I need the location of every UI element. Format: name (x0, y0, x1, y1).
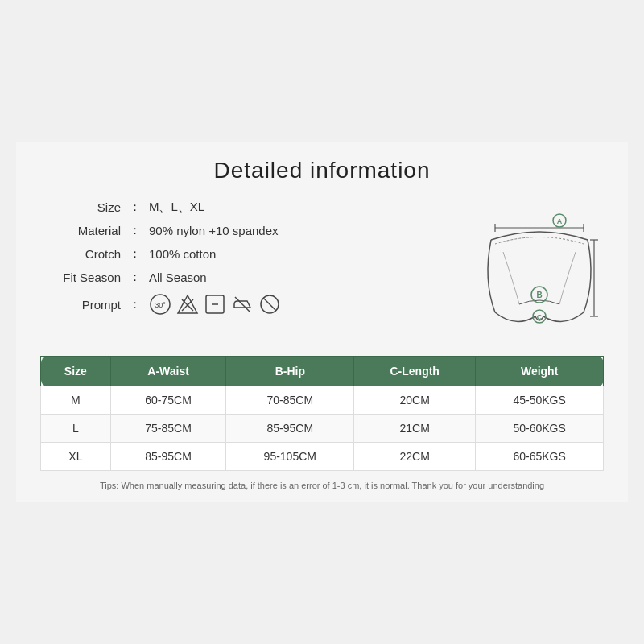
fit-season-label: Fit Season (40, 270, 121, 284)
table-cell: L (41, 415, 111, 443)
info-rows: Size ： M、L、XL Material ： 90% nylon +10 s… (40, 200, 459, 324)
wash-30-icon: 30° (149, 293, 171, 316)
table-cell: 95-105CM (226, 443, 354, 471)
table-cell: 50-60KGS (476, 415, 604, 443)
material-colon: ： (129, 223, 141, 238)
info-section: Size ： M、L、XL Material ： 90% nylon +10 s… (40, 200, 604, 340)
svg-text:B: B (536, 291, 542, 299)
prompt-colon: ： (129, 297, 141, 312)
table-row: XL85-95CM95-105CM22CM60-65KGS (41, 443, 604, 471)
fit-season-colon: ： (129, 270, 141, 285)
table-header: A-Waist (110, 357, 226, 386)
no-iron-icon (231, 293, 254, 316)
table-row: M60-75CM70-85CM20CM45-50KGS (41, 386, 604, 415)
care-icons: 30° (149, 293, 281, 316)
crotch-value: 100% cotton (149, 247, 216, 261)
fit-season-row: Fit Season ： All Season (40, 270, 459, 285)
crotch-colon: ： (129, 246, 141, 262)
size-value: M、L、XL (149, 200, 204, 215)
table-header: B-Hip (226, 357, 354, 386)
size-table: SizeA-WaistB-HipC-LengthWeight M60-75CM7… (40, 356, 604, 471)
table-cell: XL (41, 443, 111, 471)
crotch-label: Crotch (40, 247, 121, 261)
page-title: Detailed information (40, 158, 604, 184)
table-row: L75-85CM85-95CM21CM50-60KGS (41, 415, 604, 443)
material-row: Material ： 90% nylon +10 spandex (40, 223, 459, 238)
size-row: Size ： M、L、XL (40, 200, 459, 215)
svg-line-7 (235, 297, 250, 312)
main-container: Detailed information Size ： M、L、XL Mater… (16, 142, 628, 502)
table-cell: 20CM (354, 386, 476, 415)
tips-text: Tips: When manually measuring data, if t… (40, 481, 604, 490)
prompt-row: Prompt ： 30° (40, 293, 459, 316)
table-cell: 45-50KGS (476, 386, 604, 415)
diagram-svg: B C A (475, 200, 604, 336)
table-header-row: SizeA-WaistB-HipC-LengthWeight (41, 357, 604, 386)
table-cell: 60-75CM (110, 386, 226, 415)
dry-icon (204, 293, 226, 316)
table-cell: 85-95CM (226, 415, 354, 443)
svg-text:C: C (537, 313, 543, 321)
no-dryclean-icon (258, 293, 281, 316)
table-cell: 70-85CM (226, 386, 354, 415)
material-label: Material (40, 224, 121, 237)
table-cell: 60-65KGS (476, 443, 604, 471)
table-cell: 22CM (354, 443, 476, 471)
table-cell: 85-95CM (110, 443, 226, 471)
size-colon: ： (129, 200, 141, 215)
garment-diagram: B C A (475, 200, 604, 340)
material-value: 90% nylon +10 spandex (149, 224, 279, 237)
table-cell: 75-85CM (110, 415, 226, 443)
table-header: Size (41, 357, 111, 386)
table-cell: 21CM (354, 415, 476, 443)
svg-line-9 (263, 298, 276, 311)
size-label: Size (40, 200, 121, 214)
prompt-label: Prompt (40, 298, 121, 312)
table-body: M60-75CM70-85CM20CM45-50KGSL75-85CM85-95… (41, 386, 604, 471)
table-header: C-Length (354, 357, 476, 386)
crotch-row: Crotch ： 100% cotton (40, 246, 459, 262)
svg-text:A: A (557, 217, 563, 225)
no-bleach-icon (176, 293, 199, 316)
table-header: Weight (476, 357, 604, 386)
table-cell: M (41, 386, 111, 415)
svg-text:30°: 30° (155, 301, 166, 309)
fit-season-value: All Season (149, 270, 207, 284)
